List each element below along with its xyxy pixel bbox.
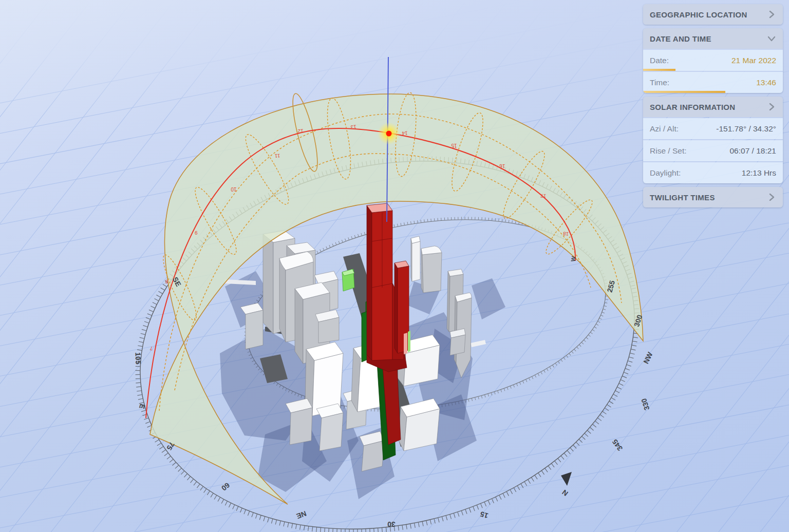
- panel-solar-information: SOLAR INFORMATION Azi / Alt: -151.78° / …: [643, 97, 783, 183]
- control-sidebar: GEOGRAPHIC LOCATION DATE AND TIME Date: …: [643, 4, 783, 207]
- panel-title: SOLAR INFORMATION: [650, 103, 735, 111]
- date-label: Date:: [650, 56, 669, 65]
- rise-set-value: 06:07 / 18:21: [730, 146, 777, 156]
- daylight-row: Daylight: 12:13 Hrs: [643, 162, 783, 183]
- panel-twilight-times: TWILIGHT TIMES: [643, 187, 783, 207]
- building: [399, 398, 440, 451]
- panel-date-time: DATE AND TIME Date: 21 Mar 2022 Time: 13…: [643, 28, 783, 93]
- azimuth-altitude-row: Azi / Alt: -151.78° / 34.32°: [643, 118, 783, 139]
- svg-text:12: 12: [297, 128, 304, 135]
- building: [360, 431, 384, 471]
- building: [315, 310, 339, 343]
- svg-text:105: 105: [134, 352, 143, 365]
- svg-text:17: 17: [540, 193, 546, 199]
- date-slider-fill[interactable]: [643, 69, 675, 71]
- building: [450, 329, 465, 355]
- solar-study-app: 7 8 9 10 11 12 13 14 15 16 17 18 N 15 30…: [0, 0, 789, 532]
- date-time-header[interactable]: DATE AND TIME: [643, 28, 783, 49]
- svg-text:NW: NW: [642, 350, 654, 365]
- svg-text:N: N: [560, 488, 570, 498]
- geographic-location-header[interactable]: GEOGRAPHIC LOCATION: [643, 4, 783, 25]
- sun-icon: [386, 131, 392, 137]
- svg-text:30: 30: [387, 520, 396, 528]
- azi-alt-label: Azi / Alt:: [650, 124, 679, 134]
- svg-text:14: 14: [402, 130, 408, 136]
- building: [421, 246, 442, 293]
- svg-text:13: 13: [350, 124, 356, 130]
- panel-geographic-location: GEOGRAPHIC LOCATION: [643, 4, 783, 25]
- time-slider-row[interactable]: Time: 13:46: [643, 72, 783, 93]
- rise-set-label: Rise / Set:: [650, 146, 687, 156]
- solar-information-header[interactable]: SOLAR INFORMATION: [643, 97, 783, 117]
- svg-text:15: 15: [451, 143, 457, 148]
- rise-set-row: Rise / Set: 06:07 / 18:21: [643, 140, 783, 161]
- north-arrow-icon: [561, 472, 572, 486]
- azi-alt-value: -151.78° / 34.32°: [716, 124, 776, 134]
- daylight-value: 12:13 Hrs: [742, 168, 776, 178]
- chevron-down-icon[interactable]: [767, 34, 776, 43]
- svg-text:345: 345: [611, 438, 625, 452]
- chevron-right-icon[interactable]: [767, 102, 776, 111]
- sun-marker[interactable]: [378, 122, 400, 145]
- svg-text:15: 15: [479, 510, 490, 520]
- daylight-label: Daylight:: [650, 168, 681, 178]
- time-label: Time:: [650, 78, 669, 87]
- date-value: 21 Mar 2022: [731, 56, 776, 65]
- svg-text:9: 9: [194, 230, 197, 236]
- twilight-times-header[interactable]: TWILIGHT TIMES: [643, 187, 783, 207]
- svg-text:18: 18: [562, 231, 569, 237]
- chevron-right-icon[interactable]: [767, 193, 776, 202]
- time-value: 13:46: [756, 78, 776, 87]
- svg-text:NE: NE: [295, 509, 308, 521]
- svg-text:7: 7: [149, 346, 153, 351]
- panel-title: TWILIGHT TIMES: [650, 193, 715, 202]
- svg-text:10: 10: [231, 186, 237, 192]
- svg-text:60: 60: [220, 481, 231, 492]
- building: [411, 236, 420, 281]
- time-slider-fill[interactable]: [643, 91, 725, 93]
- svg-text:E: E: [138, 403, 147, 410]
- panel-title: GEOGRAPHIC LOCATION: [650, 10, 747, 19]
- panel-title: DATE AND TIME: [650, 34, 711, 43]
- vegetation-wall: [342, 269, 354, 291]
- svg-text:11: 11: [274, 153, 280, 159]
- svg-text:16: 16: [499, 163, 505, 169]
- svg-text:330: 330: [640, 397, 651, 411]
- date-slider-row[interactable]: Date: 21 Mar 2022: [643, 50, 783, 71]
- svg-text:8: 8: [165, 279, 168, 284]
- chevron-right-icon[interactable]: [767, 10, 776, 19]
